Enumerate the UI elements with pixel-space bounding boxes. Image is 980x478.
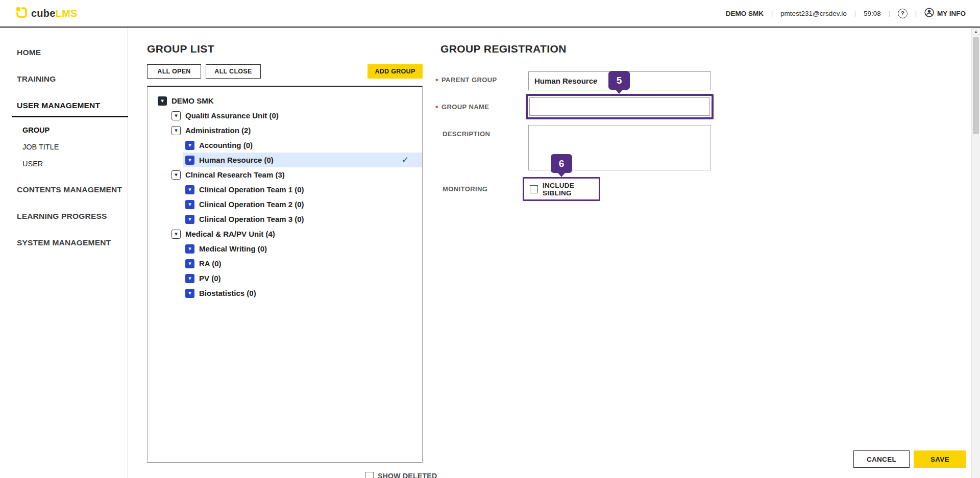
annotation-badge-5: 5: [608, 71, 630, 90]
vertical-scrollbar[interactable]: ▲: [971, 28, 980, 478]
sidebar-item-group[interactable]: GROUP: [22, 126, 128, 134]
group-name-annotation-frame: [526, 94, 714, 119]
chevron-down-icon[interactable]: ▾: [172, 170, 181, 180]
person-icon: [924, 8, 934, 19]
tree-item-clinical-operation-team-1[interactable]: ▾ Clinical Operation Team 1 (0): [148, 182, 422, 197]
chevron-down-icon[interactable]: ▾: [185, 259, 194, 268]
org-name: DEMO SMK: [726, 10, 764, 17]
chevron-down-icon[interactable]: ▾: [185, 156, 194, 165]
scrollbar-thumb[interactable]: [973, 37, 979, 134]
chevron-down-icon[interactable]: ▾: [185, 274, 194, 283]
tree-item-clinical-research-team[interactable]: ▾ Clnincal Research Team (3): [148, 167, 422, 182]
sidebar-nav: HOME TRAINING USER MANAGEMENT GROUP JOB …: [0, 28, 128, 478]
sidebar-item-user-management[interactable]: USER MANAGEMENT: [17, 101, 128, 110]
sidebar-item-job-title[interactable]: JOB TITLE: [22, 143, 128, 151]
group-registration-title: GROUP REGISTRATION: [440, 43, 567, 55]
tree-item-medical-writing[interactable]: ▾ Medical Writing (0): [148, 241, 422, 256]
monitoring-label: MONITORING: [435, 185, 487, 193]
chevron-down-icon[interactable]: ▾: [185, 244, 194, 254]
active-section-underline: [12, 116, 128, 117]
sidebar-item-contents-management[interactable]: CONTENTS MANAGEMENT: [17, 185, 128, 194]
all-open-button[interactable]: ALL OPEN: [147, 64, 201, 79]
my-info-label: MY INFO: [937, 10, 966, 17]
sidebar-item-training[interactable]: TRAINING: [17, 74, 128, 84]
annotation-badge-6: 6: [551, 154, 572, 173]
group-name-input[interactable]: [529, 97, 710, 116]
all-close-button[interactable]: ALL CLOSE: [206, 64, 261, 79]
tree-item-ra[interactable]: ▾ RA (0): [148, 256, 422, 271]
tree-item-pv[interactable]: ▾ PV (0): [148, 271, 422, 286]
tree-item-medical-ra-pv-unit[interactable]: ▾ Medical & RA/PV Unit (4): [148, 227, 422, 241]
top-header: cubeLMS DEMO SMK | pmtest231@crsdev.io |…: [0, 0, 980, 28]
add-group-button[interactable]: ADD GROUP: [368, 64, 423, 79]
scroll-up-arrow-icon[interactable]: ▲: [972, 28, 980, 36]
header-divider: |: [854, 10, 856, 17]
description-label: DESCRIPTION: [435, 130, 490, 138]
include-sibling-annotation-frame: INCLUDE SIBLING: [523, 177, 600, 201]
include-sibling-checkbox[interactable]: [530, 185, 538, 193]
show-deleted-checkbox[interactable]: [365, 472, 374, 478]
sidebar-item-system-management[interactable]: SYSTEM MANAGEMENT: [17, 238, 128, 247]
my-info-button[interactable]: MY INFO: [924, 8, 966, 19]
help-icon[interactable]: ?: [898, 9, 908, 18]
tree-item-accounting[interactable]: ▾ Accounting (0): [148, 138, 422, 153]
required-marker: •: [435, 78, 438, 83]
show-deleted-toggle[interactable]: SHOW DELETED: [365, 472, 437, 478]
page: cubeLMS DEMO SMK | pmtest231@crsdev.io |…: [0, 0, 980, 478]
tree-item-biostatistics[interactable]: ▾ Biostatistics (0): [148, 286, 422, 300]
cancel-button[interactable]: CANCEL: [853, 450, 910, 468]
group-name-label: • GROUP NAME: [435, 103, 489, 111]
tree-item-clinical-operation-team-3[interactable]: ▾ Clinical Operation Team 3 (0): [148, 212, 422, 227]
save-button[interactable]: SAVE: [914, 450, 966, 468]
header-right-cluster: DEMO SMK | pmtest231@crsdev.io | 59:08 |…: [726, 8, 966, 19]
user-management-submenu: GROUP JOB TITLE USER: [17, 126, 128, 168]
tree-item-administration[interactable]: ▾ Administration (2): [148, 123, 422, 138]
tree-item-human-resource-selected[interactable]: ▾ Human Resource (0) ✓: [148, 153, 422, 167]
tree-item-demo-smk[interactable]: ▾ DEMO SMK: [148, 93, 422, 108]
header-divider: |: [915, 10, 917, 17]
chevron-down-icon[interactable]: ▾: [158, 96, 167, 106]
show-deleted-label: SHOW DELETED: [378, 472, 437, 478]
chevron-down-icon[interactable]: ▾: [172, 111, 181, 120]
user-email: pmtest231@crsdev.io: [780, 10, 847, 17]
sidebar-item-home[interactable]: HOME: [17, 48, 128, 57]
selected-check-icon: ✓: [402, 155, 409, 165]
brand-logo[interactable]: cubeLMS: [15, 6, 77, 20]
chevron-down-icon[interactable]: ▾: [172, 230, 181, 239]
group-tree-panel: ▾ DEMO SMK ▾ Qualiti Assurance Unit (0) …: [147, 86, 423, 463]
header-divider: |: [771, 10, 773, 17]
include-sibling-label: INCLUDE SIBLING: [543, 182, 599, 197]
session-timer: 59:08: [864, 10, 881, 17]
tree-item-qualiti-assurance-unit[interactable]: ▾ Qualiti Assurance Unit (0): [148, 108, 422, 123]
parent-group-label: • PARENT GROUP: [435, 76, 497, 84]
sidebar-item-learning-progress[interactable]: LEARNING PROGRESS: [17, 212, 128, 221]
tree-item-clinical-operation-team-2[interactable]: ▾ Clinical Operation Team 2 (0): [148, 197, 422, 212]
required-marker: •: [435, 105, 438, 110]
chevron-down-icon[interactable]: ▾: [185, 215, 194, 224]
chevron-down-icon[interactable]: ▾: [185, 141, 194, 150]
sidebar-item-user[interactable]: USER: [22, 160, 128, 168]
brand-name: cubeLMS: [31, 8, 77, 19]
chevron-down-icon[interactable]: ▾: [172, 126, 181, 135]
header-divider: |: [889, 10, 890, 17]
chevron-down-icon[interactable]: ▾: [185, 200, 194, 209]
group-list-title: GROUP LIST: [147, 43, 214, 55]
chevron-down-icon[interactable]: ▾: [185, 185, 194, 194]
cube-logo-icon: [15, 6, 28, 20]
chevron-down-icon[interactable]: ▾: [185, 289, 194, 298]
